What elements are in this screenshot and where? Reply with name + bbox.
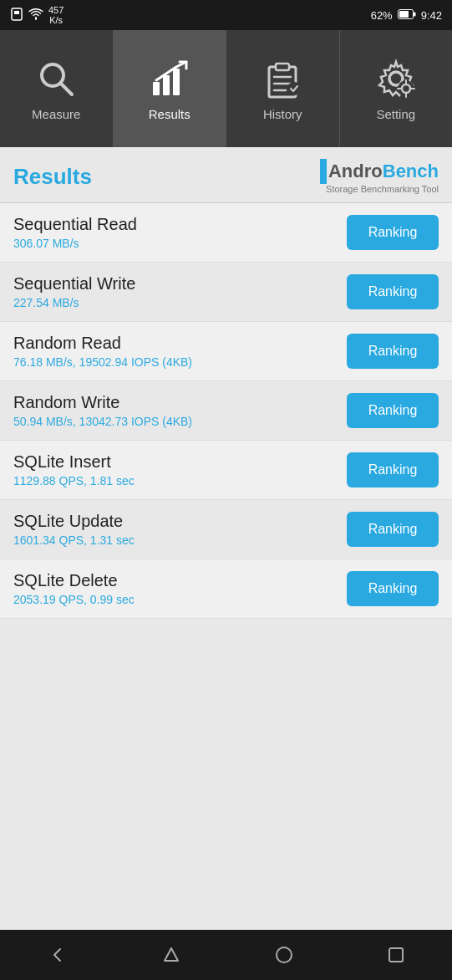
tab-setting[interactable]: Setting — [340, 30, 453, 147]
result-value: 2053.19 QPS, 0.99 sec — [13, 593, 135, 606]
svg-line-6 — [61, 84, 72, 94]
result-value: 50.94 MB/s, 13042.73 IOPS (4KB) — [13, 415, 192, 428]
svg-point-15 — [287, 82, 301, 95]
svg-rect-8 — [163, 75, 170, 95]
ranking-button[interactable]: Ranking — [347, 393, 439, 428]
sim-icon — [10, 8, 23, 23]
result-info: Random Read 76.18 MB/s, 19502.94 IOPS (4… — [13, 334, 192, 369]
result-value: 306.07 MB/s — [13, 237, 137, 250]
status-left: 457K/s — [10, 5, 63, 25]
svg-point-24 — [277, 947, 292, 962]
svg-rect-11 — [276, 64, 289, 70]
nav-triangle-btn[interactable] — [145, 937, 197, 972]
svg-rect-1 — [14, 11, 19, 14]
svg-marker-23 — [165, 948, 178, 961]
time-text: 9:42 — [421, 9, 442, 22]
result-value: 76.18 MB/s, 19502.94 IOPS (4KB) — [13, 355, 192, 369]
tab-results-label: Results — [149, 107, 190, 121]
brand-andro: Andro — [328, 161, 383, 182]
tab-measure-label: Measure — [32, 107, 80, 121]
nav-home-btn[interactable] — [258, 937, 310, 972]
ranking-button[interactable]: Ranking — [347, 274, 439, 309]
nav-square-btn[interactable] — [371, 938, 421, 972]
svg-rect-3 — [399, 11, 409, 18]
tab-bar: Measure Results Histor — [0, 30, 452, 147]
speed-text: 457K/s — [48, 5, 63, 25]
ranking-button[interactable]: Ranking — [347, 215, 439, 250]
result-row: Random Write 50.94 MB/s, 13042.73 IOPS (… — [0, 381, 452, 441]
ranking-button[interactable]: Ranking — [347, 512, 439, 547]
battery-text: 62% — [371, 9, 393, 22]
result-row: SQLite Delete 2053.19 QPS, 0.99 sec Rank… — [0, 559, 452, 619]
bottom-nav — [0, 930, 452, 980]
result-info: Random Write 50.94 MB/s, 13042.73 IOPS (… — [13, 393, 192, 428]
svg-rect-7 — [153, 82, 160, 95]
tab-history[interactable]: History — [226, 30, 340, 147]
result-name: Random Read — [13, 334, 192, 353]
result-name: Sequential Write — [13, 274, 135, 293]
ranking-button[interactable]: Ranking — [347, 571, 439, 606]
result-row: SQLite Insert 1129.88 QPS, 1.81 sec Rank… — [0, 441, 452, 500]
svg-rect-25 — [389, 948, 403, 962]
ranking-button[interactable]: Ranking — [347, 334, 439, 369]
tab-measure[interactable]: Measure — [0, 30, 114, 147]
status-right: 62% 9:42 — [371, 9, 442, 22]
result-value: 1129.88 QPS, 1.81 sec — [13, 474, 135, 487]
result-row: Sequential Write 227.54 MB/s Ranking — [0, 263, 452, 322]
tab-results[interactable]: Results — [114, 30, 227, 147]
svg-rect-9 — [173, 69, 180, 95]
result-info: Sequential Read 306.07 MB/s — [13, 215, 137, 250]
wifi-icon — [28, 8, 43, 23]
result-name: SQLite Insert — [13, 452, 135, 472]
result-row: Sequential Read 306.07 MB/s Ranking — [0, 203, 452, 263]
result-info: SQLite Delete 2053.19 QPS, 0.99 sec — [13, 571, 135, 606]
brand-name: AndroBench — [320, 159, 439, 184]
brand-subtitle: Storage Benchmarking Tool — [326, 184, 439, 194]
brand-dot — [320, 159, 327, 184]
svg-rect-4 — [414, 12, 416, 16]
search-icon — [34, 57, 78, 100]
result-name: SQLite Delete — [13, 571, 135, 590]
result-value: 227.54 MB/s — [13, 296, 135, 309]
result-info: SQLite Insert 1129.88 QPS, 1.81 sec — [13, 452, 135, 487]
empty-space — [0, 619, 452, 930]
tab-history-label: History — [263, 107, 302, 121]
results-header: Results AndroBench Storage Benchmarking … — [0, 147, 452, 203]
result-value: 1601.34 QPS, 1.31 sec — [13, 533, 135, 547]
result-name: Sequential Read — [13, 215, 137, 234]
ranking-button[interactable]: Ranking — [347, 452, 439, 487]
gear-icon — [374, 57, 418, 100]
battery-icon — [398, 9, 416, 22]
result-row: SQLite Update 1601.34 QPS, 1.31 sec Rank… — [0, 500, 452, 559]
result-info: SQLite Update 1601.34 QPS, 1.31 sec — [13, 512, 135, 547]
page-title: Results — [13, 164, 92, 190]
status-bar: 457K/s 62% 9:42 — [0, 0, 452, 30]
chart-icon — [148, 57, 191, 100]
nav-back-btn[interactable] — [31, 937, 84, 973]
brand-bench: Bench — [383, 161, 439, 182]
tab-setting-label: Setting — [376, 107, 415, 121]
result-name: Random Write — [13, 393, 192, 412]
brand-logo: AndroBench Storage Benchmarking Tool — [320, 159, 439, 194]
result-info: Sequential Write 227.54 MB/s — [13, 274, 135, 309]
clipboard-icon — [261, 57, 304, 100]
results-list: Sequential Read 306.07 MB/s Ranking Sequ… — [0, 203, 452, 619]
result-row: Random Read 76.18 MB/s, 19502.94 IOPS (4… — [0, 322, 452, 381]
content-area: Results AndroBench Storage Benchmarking … — [0, 147, 452, 930]
result-name: SQLite Update — [13, 512, 135, 531]
